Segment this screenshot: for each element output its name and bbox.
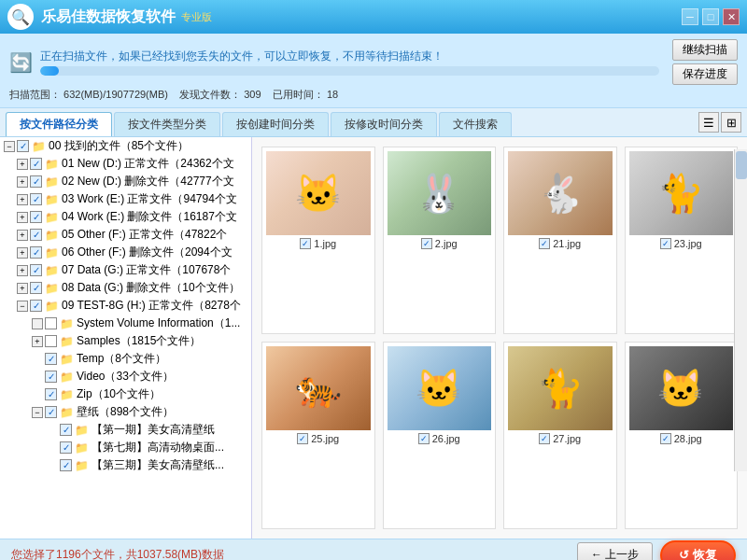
save-progress-button[interactable]: 保存进度 [672, 63, 738, 85]
tree-item[interactable]: ✓ 📁 【第七期】高清动物桌面... [0, 439, 251, 456]
file-name: 2.jpg [435, 238, 458, 249]
folder-icon: 📁 [75, 424, 89, 437]
file-item[interactable]: ✓ 26.jpg [383, 342, 497, 529]
tree-item[interactable]: + 📁 Samples（1815个文件） [0, 332, 251, 350]
folder-icon: 📁 [45, 246, 59, 259]
tree-item[interactable]: ✓ 📁 Zip（10个文件） [0, 385, 251, 403]
expand-icon[interactable]: − [17, 301, 28, 312]
tree-checkbox[interactable]: ✓ [30, 300, 42, 312]
tree-item[interactable]: ✓ 📁 【第一期】美女高清壁纸 [0, 421, 251, 439]
tree-checkbox[interactable]: ✓ [45, 388, 57, 400]
file-checkbox[interactable]: ✓ [300, 238, 311, 249]
prev-step-button[interactable]: ← 上一步 [577, 542, 653, 560]
tree-item[interactable]: + ✓ 📁 05 Other (F:) 正常文件（47822个 [0, 226, 251, 244]
expand-icon[interactable]: + [17, 265, 28, 276]
close-button[interactable]: ✕ [723, 8, 740, 25]
expand-icon[interactable]: − [32, 407, 43, 418]
tab-modify-time[interactable]: 按修改时间分类 [331, 112, 437, 136]
tree-item[interactable]: − ✓ 📁 09 TEST-8G (H:) 正常文件（8278个 [0, 297, 251, 315]
expand-icon[interactable]: + [17, 212, 28, 223]
file-item[interactable]: ✓ 25.jpg [261, 342, 375, 529]
tree-item[interactable]: + ✓ 📁 03 Work (E:) 正常文件（94794个文 [0, 190, 251, 208]
tree-checkbox[interactable]: ✓ [30, 211, 42, 223]
tree-checkbox[interactable]: ✓ [17, 140, 29, 152]
tree-item[interactable]: + ✓ 📁 02 New (D:) 删除文件（42777个文 [0, 173, 251, 190]
file-checkbox[interactable]: ✓ [539, 238, 550, 249]
tree-checkbox[interactable] [45, 335, 57, 347]
continue-scan-button[interactable]: 继续扫描 [672, 39, 738, 61]
tab-type[interactable]: 按文件类型分类 [114, 112, 220, 136]
file-item[interactable]: ✓ 23.jpg [625, 147, 739, 334]
list-view-button[interactable]: ☰ [698, 112, 719, 133]
tree-checkbox[interactable]: ✓ [45, 406, 57, 418]
tree-checkbox[interactable]: ✓ [30, 229, 42, 241]
file-checkbox[interactable]: ✓ [539, 433, 550, 444]
tree-label: 00 找到的文件（85个文件） [49, 138, 189, 154]
file-item[interactable]: ✓ 27.jpg [503, 342, 617, 529]
tree-item[interactable]: + ✓ 📁 04 Work (E:) 删除文件（16187个文 [0, 208, 251, 226]
folder-icon: 📁 [75, 441, 89, 455]
expand-icon[interactable]: + [17, 159, 28, 170]
maximize-button[interactable]: □ [702, 8, 719, 25]
file-checkbox[interactable]: ✓ [660, 433, 671, 444]
file-checkbox[interactable]: ✓ [421, 238, 432, 249]
expand-icon[interactable] [32, 318, 43, 329]
tree-checkbox[interactable]: ✓ [30, 175, 42, 188]
file-label: ✓ 21.jpg [539, 238, 581, 249]
scan-range-value: 632(MB)/1907729(MB) [63, 89, 168, 100]
tree-item[interactable]: + ✓ 📁 07 Data (G:) 正常文件（107678个 [0, 261, 251, 279]
tree-item[interactable]: + ✓ 📁 06 Other (F:) 删除文件（2094个文 [0, 244, 251, 261]
file-thumbnail [508, 151, 613, 235]
file-checkbox[interactable]: ✓ [660, 238, 671, 249]
expand-icon[interactable]: + [32, 336, 43, 347]
tree-checkbox[interactable]: ✓ [45, 371, 57, 383]
expand-icon[interactable]: + [17, 176, 28, 188]
tree-item[interactable]: ✓ 📁 Video（33个文件） [0, 368, 251, 385]
expand-icon[interactable]: + [17, 247, 28, 259]
tree-checkbox[interactable]: ✓ [30, 282, 42, 294]
file-checkbox[interactable]: ✓ [418, 433, 430, 444]
tree-checkbox[interactable]: ✓ [30, 264, 42, 276]
folder-icon: 📁 [60, 353, 74, 366]
file-item[interactable]: ✓ 2.jpg [383, 147, 497, 334]
tab-search[interactable]: 文件搜索 [439, 112, 512, 136]
tree-item[interactable]: ✓ 📁 【第三期】美女高清壁纸... [0, 456, 251, 474]
tree-item[interactable]: 📁 System Volume Information（1... [0, 315, 251, 332]
tree-item[interactable]: + ✓ 📁 08 Data (G:) 删除文件（10个文件） [0, 279, 251, 297]
tree-checkbox[interactable]: ✓ [30, 193, 42, 205]
expand-icon[interactable]: + [17, 283, 28, 294]
folder-icon: 📁 [75, 459, 89, 472]
tree-checkbox[interactable]: ✓ [60, 441, 72, 454]
tree-checkbox[interactable] [45, 317, 57, 329]
tree-checkbox[interactable]: ✓ [60, 459, 72, 471]
file-item[interactable]: ✓ 21.jpg [503, 147, 617, 334]
tab-path[interactable]: 按文件路径分类 [6, 112, 112, 136]
folder-icon: 📁 [45, 175, 59, 189]
tree-label: Samples（1815个文件） [77, 333, 201, 349]
grid-view-button[interactable]: ⊞ [721, 112, 741, 133]
file-label: ✓ 1.jpg [300, 238, 336, 249]
scan-icon: 🔄 [9, 51, 33, 74]
tree-label: 04 Work (E:) 删除文件（16187个文 [62, 209, 237, 225]
tree-item[interactable]: − ✓ 📁 00 找到的文件（85个文件） [0, 137, 251, 155]
tab-create-time[interactable]: 按创建时间分类 [222, 112, 329, 136]
file-item[interactable]: ✓ 28.jpg [625, 342, 739, 529]
recover-button[interactable]: ↺ 恢复 [660, 540, 736, 561]
tree-label: 06 Other (F:) 删除文件（2094个文 [62, 245, 233, 260]
tree-checkbox[interactable]: ✓ [60, 424, 72, 436]
tree-item[interactable]: ✓ 📁 Temp（8个文件） [0, 350, 251, 368]
scan-time-value: 18 [327, 89, 338, 100]
file-item[interactable]: ✓ 1.jpg [261, 147, 375, 334]
tree-item[interactable]: + ✓ 📁 01 New (D:) 正常文件（24362个文 [0, 155, 251, 173]
file-checkbox[interactable]: ✓ [297, 433, 308, 444]
expand-icon[interactable]: + [17, 194, 28, 205]
expand-icon[interactable]: + [17, 230, 28, 241]
tree-checkbox[interactable]: ✓ [30, 246, 42, 259]
expand-icon[interactable]: − [4, 141, 15, 152]
tree-checkbox[interactable]: ✓ [45, 353, 57, 365]
scan-progress-area: 正在扫描文件，如果已经找到您丢失的文件，可以立即恢复，不用等待扫描结束！ [40, 49, 659, 76]
tree-checkbox[interactable]: ✓ [30, 158, 42, 170]
folder-icon: 📁 [60, 317, 74, 330]
tree-item[interactable]: − ✓ 📁 壁纸（898个文件） [0, 403, 251, 421]
minimize-button[interactable]: ─ [682, 8, 698, 25]
